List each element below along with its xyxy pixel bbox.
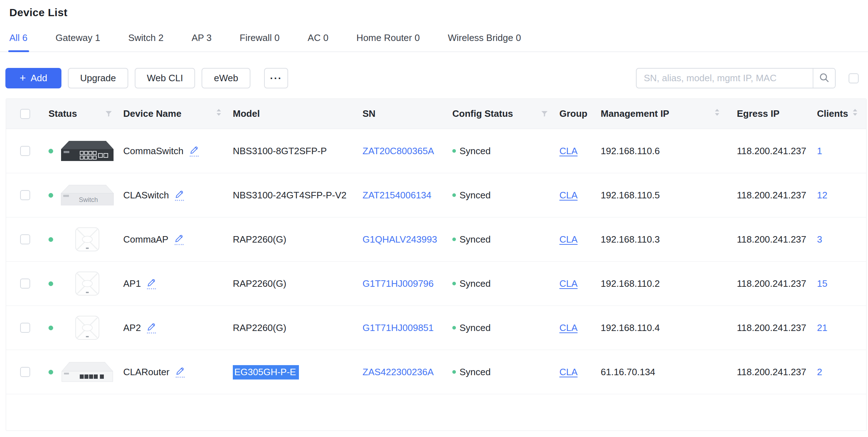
config-status-filter-icon[interactable] [541,108,548,119]
table-header-row: Status Device Name Model SN Config Statu… [6,99,866,129]
tab-ap[interactable]: AP 3 [191,32,212,51]
device-sn-link[interactable]: ZAT2154006134 [363,190,431,201]
pencil-icon [147,323,156,334]
device-name[interactable]: AP2 [123,322,141,334]
pencil-icon [175,234,184,245]
group-link[interactable]: CLA [559,322,578,333]
online-status-dot [49,281,53,286]
eweb-button[interactable]: eWeb [202,68,250,88]
status-filter-icon[interactable] [105,108,112,119]
switch-dark-image [60,140,114,162]
access-point-image [75,316,100,340]
edit-name-button[interactable] [147,322,156,334]
config-status-text: Synced [460,146,491,157]
group-link[interactable]: CLA [559,278,578,289]
toolbar-checkbox[interactable] [849,73,859,83]
management-ip-sort-icon[interactable] [715,108,720,119]
column-header-management-ip: Management IP [601,108,669,119]
column-header-status: Status [49,108,77,119]
tab-all[interactable]: All 6 [9,32,28,51]
edit-name-button[interactable] [176,367,185,378]
device-name[interactable]: CLARouter [123,367,170,378]
device-model: NBS3100-8GT2SFP-P [233,146,327,156]
config-status-dot [452,149,456,153]
egress-ip: 118.200.241.237 [737,234,806,245]
config-status-dot [452,370,456,374]
device-name-sort-icon[interactable] [216,108,221,119]
tab-wireless-bridge[interactable]: Wireless Bridge 0 [448,32,521,51]
clients-count-link[interactable]: 2 [817,367,822,377]
clients-count-link[interactable]: 15 [817,278,827,289]
page-header: Device List [0,0,868,19]
device-type-tabs: All 6 Gateway 1 Switch 2 AP 3 Firewall 0… [0,32,868,52]
clients-count-link[interactable]: 12 [817,190,827,201]
management-ip: 192.168.110.6 [601,146,660,156]
web-cli-button[interactable]: Web CLI [135,68,195,88]
management-ip: 61.16.70.134 [601,367,655,377]
device-sn-link[interactable]: ZAS422300236A [363,367,434,377]
select-all-checkbox[interactable] [20,109,30,119]
clients-count-link[interactable]: 3 [817,234,822,245]
search-input[interactable] [637,69,813,88]
svg-text:Switch: Switch [79,196,98,203]
config-status-dot [452,326,456,330]
device-sn-link[interactable]: ZAT20C800365A [363,146,434,156]
device-model: RAP2260(G) [233,322,286,333]
device-sn-link[interactable]: G1T71HJ009796 [363,278,434,289]
row-checkbox[interactable] [20,279,30,289]
device-sn-link[interactable]: G1QHALV243993 [363,234,437,245]
add-button[interactable]: + Add [5,68,61,88]
config-status-text: Synced [460,278,491,289]
tab-switch[interactable]: Switch 2 [128,32,163,51]
group-link[interactable]: CLA [559,146,578,156]
table-row: Switch [6,306,866,350]
group-link[interactable]: CLA [559,234,578,245]
tab-firewall[interactable]: Firewall 0 [240,32,280,51]
edit-name-button[interactable] [190,146,199,157]
config-status-text: Synced [460,234,491,245]
management-ip: 192.168.110.5 [601,190,660,201]
egress-ip: 118.200.241.237 [737,322,806,333]
group-link[interactable]: CLA [559,190,578,201]
management-ip: 192.168.110.2 [601,278,660,289]
search-button[interactable] [813,69,835,88]
device-name[interactable]: CommaAP [123,234,168,245]
device-name[interactable]: AP1 [123,278,141,289]
tab-gateway[interactable]: Gateway 1 [56,32,100,51]
row-checkbox[interactable] [20,367,30,377]
tab-home-router[interactable]: Home Router 0 [356,32,420,51]
clients-sort-icon[interactable] [853,108,858,119]
device-sn-link[interactable]: G1T71HJ009851 [363,322,434,333]
toolbar: + Add Upgrade Web CLI eWeb ··· [0,68,868,88]
edit-name-button[interactable] [175,190,184,201]
tab-ac[interactable]: AC 0 [308,32,328,51]
online-status-dot [49,149,53,153]
config-status-text: Synced [460,322,491,334]
config-status-dot [452,193,456,197]
clients-count-link[interactable]: 1 [817,146,822,156]
row-checkbox[interactable] [20,190,30,200]
management-ip: 192.168.110.4 [601,322,660,333]
edit-name-button[interactable] [147,278,156,289]
egress-ip: 118.200.241.237 [737,367,806,377]
access-point-image [75,227,100,252]
upgrade-button[interactable]: Upgrade [68,68,128,88]
pencil-icon [147,279,156,289]
row-checkbox[interactable] [20,146,30,156]
config-status-dot [452,282,456,285]
device-name[interactable]: CLASwitch [123,190,169,201]
more-actions-button[interactable]: ··· [264,68,288,88]
device-name[interactable]: CommaSwitch [123,146,184,157]
device-image: Switch [59,227,116,252]
group-link[interactable]: CLA [559,367,578,377]
online-status-dot [49,193,53,198]
column-header-model: Model [233,108,260,119]
column-header-sn: SN [363,108,375,119]
router-image [61,362,114,382]
edit-name-button[interactable] [175,234,184,245]
clients-count-link[interactable]: 21 [817,322,827,333]
table-row: Switch [6,129,866,173]
table-row: Switch [6,262,866,306]
row-checkbox[interactable] [20,234,30,244]
row-checkbox[interactable] [20,323,30,333]
